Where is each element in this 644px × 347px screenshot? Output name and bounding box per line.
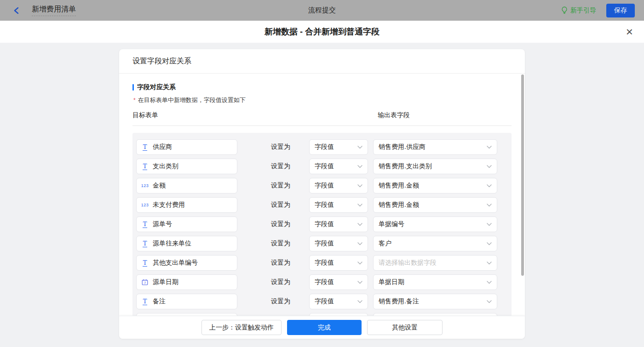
set-as-label: 设置为 [271, 182, 290, 190]
target-field-label: 源单号 [153, 220, 172, 228]
method-select[interactable]: 字段值 [309, 255, 368, 271]
output-select-value: 单据日期 [379, 278, 404, 286]
card-header-title: 设置字段对应关系 [119, 49, 525, 74]
target-field-box[interactable]: T 123 7 支出类别 [136, 159, 237, 174]
target-field-box[interactable]: T 123 7 金额 [136, 178, 237, 193]
mapping-row: T 123 7 源单往来单位 设置为 字段值 客户 [136, 236, 508, 251]
method-select-value: 字段值 [315, 162, 334, 171]
required-asterisk: * [133, 97, 136, 103]
mapping-row: T 123 7 金额 设置为 字段值 销售费用.金额 [136, 178, 508, 193]
method-select[interactable]: 字段值 [309, 236, 368, 251]
chevron-down-icon [487, 242, 492, 245]
date-field-icon: 7 [141, 279, 149, 285]
other-settings-button[interactable]: 其他设置 [367, 320, 443, 335]
number-field-icon: 123 [141, 203, 149, 207]
chevron-down-icon [357, 281, 362, 284]
method-select-value: 字段值 [315, 297, 334, 306]
chevron-down-icon [487, 281, 492, 284]
target-field-box[interactable]: T 123 7 供应商 [136, 139, 237, 155]
chevron-down-icon [487, 146, 492, 149]
vertical-scrollbar[interactable] [521, 74, 524, 276]
output-select[interactable]: 客户 [373, 236, 497, 251]
method-select[interactable]: 字段值 [309, 197, 368, 213]
output-select-value: 销售费用.供应商 [379, 143, 426, 151]
chevron-down-icon [357, 165, 362, 168]
set-as-label: 设置为 [271, 143, 290, 151]
output-select-value: 销售费用.支出类别 [379, 162, 432, 171]
beginner-guide-link[interactable]: 新手引导 [561, 6, 596, 15]
target-field-box[interactable]: T 123 7 源单日期 [136, 274, 237, 290]
chevron-down-icon [357, 223, 362, 226]
mapping-row: T 123 7 源单号 设置为 字段值 单据编号 [136, 216, 508, 232]
method-select-value: 字段值 [315, 182, 334, 190]
method-select-value: 字段值 [315, 201, 334, 209]
text-field-icon: T [141, 298, 149, 305]
mapping-row: T 123 7 备注 设置为 字段值 销售费用.备注 [136, 294, 508, 309]
target-field-label: 供应商 [153, 143, 172, 151]
workflow-title[interactable]: 新增费用清单 [32, 5, 76, 16]
section-title-text: 字段对应关系 [137, 83, 176, 91]
lightbulb-icon [561, 6, 568, 14]
output-select[interactable]: 单据日期 [373, 274, 497, 290]
back-button[interactable] [13, 6, 20, 15]
output-select-value: 销售费用.金额 [379, 182, 419, 190]
method-select[interactable]: 字段值 [309, 216, 368, 232]
done-button[interactable]: 完成 [287, 320, 362, 335]
output-select[interactable]: 销售费用.金额 [373, 197, 497, 213]
chevron-down-icon [487, 223, 492, 226]
output-select[interactable]: 销售费用.支出类别 [373, 159, 497, 174]
svg-text:7: 7 [144, 281, 146, 285]
chevron-down-icon [357, 300, 362, 303]
method-select-value: 字段值 [315, 220, 334, 228]
target-field-label: 其他支出单编号 [153, 259, 198, 267]
method-select-value: 字段值 [315, 259, 334, 267]
method-select[interactable]: 字段值 [309, 178, 368, 193]
section-heading: 字段对应关系 [132, 83, 512, 91]
target-field-box[interactable]: T 123 7 其他支出单编号 [136, 255, 237, 271]
chevron-down-icon [487, 262, 492, 265]
column-target-form: 目标表单 [132, 111, 378, 119]
target-field-box[interactable]: T 123 7 备注 [136, 294, 237, 309]
field-mapping-card: 设置字段对应关系 字段对应关系 *在目标表单中新增数据，字段值设置如下 目标表单… [119, 49, 525, 339]
chevron-down-icon [487, 204, 492, 207]
close-icon[interactable]: × [626, 26, 633, 38]
modal-title: 新增数据 - 合并新增到普通字段 [264, 26, 380, 37]
method-select[interactable]: 字段值 [309, 159, 368, 174]
target-field-box[interactable]: T 123 7 源单号 [136, 216, 237, 232]
target-field-label: 源单日期 [153, 278, 178, 286]
chevron-down-icon [487, 165, 492, 168]
chevron-down-icon [357, 262, 362, 265]
save-button[interactable]: 保存 [606, 4, 635, 17]
card-footer: 上一步：设置触发动作 完成 其他设置 [119, 316, 525, 339]
output-select-value: 销售费用.备注 [379, 297, 419, 306]
method-select[interactable]: 字段值 [309, 274, 368, 290]
target-field-box[interactable]: T 123 7 源单往来单位 [136, 236, 237, 251]
section-accent-bar [132, 84, 134, 91]
chevron-down-icon [357, 242, 362, 245]
text-field-icon: T [141, 163, 149, 170]
chevron-down-icon [357, 204, 362, 207]
chevron-down-icon [487, 184, 492, 188]
page-title: 流程提交 [0, 6, 644, 15]
prev-step-button[interactable]: 上一步：设置触发动作 [201, 320, 282, 335]
chevron-down-icon [487, 300, 492, 303]
output-select[interactable]: 销售费用.备注 [373, 294, 497, 309]
set-as-label: 设置为 [271, 201, 290, 209]
method-select[interactable]: 字段值 [309, 139, 368, 155]
method-select[interactable]: 字段值 [309, 294, 368, 309]
output-select-value: 销售费用.金额 [379, 201, 419, 209]
target-field-label: 支出类别 [153, 162, 178, 171]
section-note: *在目标表单中新增数据，字段值设置如下 [132, 96, 512, 104]
output-select[interactable]: 销售费用.供应商 [373, 139, 497, 155]
method-select-value: 字段值 [315, 278, 334, 286]
beginner-guide-label: 新手引导 [570, 6, 596, 15]
output-select-value: 客户 [379, 239, 391, 248]
chevron-left-icon [13, 6, 20, 15]
output-select[interactable]: 单据编号 [373, 216, 497, 232]
set-as-label: 设置为 [271, 162, 290, 171]
mapping-row: T 123 7 其他支出单编号 设置为 字段值 请选择输出数据字段 [136, 255, 508, 271]
target-field-box[interactable]: T 123 7 未支付费用 [136, 197, 237, 213]
output-select[interactable]: 请选择输出数据字段 [373, 255, 497, 271]
target-field-label: 金额 [153, 182, 166, 190]
output-select[interactable]: 销售费用.金额 [373, 178, 497, 193]
